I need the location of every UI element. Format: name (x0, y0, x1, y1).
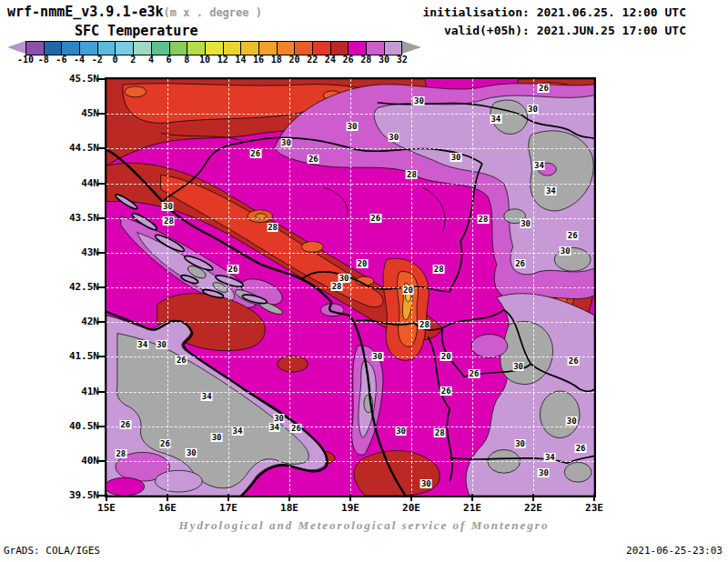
grid-line-lon (228, 79, 229, 496)
colorbar-segment-16 (259, 42, 278, 55)
colorbar-segment-12 (224, 42, 242, 55)
x-axis-tick (349, 494, 351, 501)
y-axis-label-42N: 42N (50, 316, 99, 327)
contour-label-30: 30 (514, 439, 526, 448)
grid-line-lon (350, 79, 351, 496)
contour-label-34: 34 (232, 427, 244, 436)
contour-label-28: 28 (433, 265, 445, 274)
contour-label-26: 26 (514, 259, 526, 268)
y-axis-tick (98, 356, 105, 357)
contour-label-30: 30 (420, 479, 432, 488)
x-axis-label-18E: 18E (269, 502, 309, 514)
x-axis-tick (471, 494, 473, 501)
contour-label-34: 34 (136, 340, 148, 349)
y-axis-tick (98, 426, 105, 427)
contour-label-28: 28 (477, 215, 489, 224)
y-axis-label-40.5N: 40.5N (50, 420, 99, 432)
colorbar-segment-6 (170, 42, 188, 55)
colorbar-strip (25, 41, 402, 55)
contour-label-34: 34 (201, 392, 213, 401)
y-axis-tick (98, 391, 105, 393)
colorbar-segment-18 (278, 42, 296, 55)
colorbar-segment-14 (241, 42, 259, 55)
contour-label-26: 26 (159, 439, 171, 448)
grid-line-lon (533, 79, 534, 496)
contour-label-34: 34 (544, 453, 556, 462)
contour-label-30: 30 (560, 246, 571, 256)
x-axis-tick (593, 494, 595, 501)
contour-label-26: 26 (575, 444, 587, 453)
contour-label-28: 28 (163, 216, 175, 226)
x-axis-label-19E: 19E (330, 502, 370, 514)
contour-label-30: 30 (395, 427, 407, 436)
contour-label-26: 26 (249, 149, 261, 158)
contour-label-28: 28 (406, 170, 418, 179)
y-axis-label-45.5N: 45.5N (50, 73, 99, 85)
contour-label-26: 26 (567, 231, 579, 240)
colorbar-segment--10 (26, 42, 45, 55)
contour-label-28: 28 (331, 282, 343, 291)
x-axis-label-15E: 15E (86, 502, 126, 514)
y-axis-tick (98, 147, 105, 149)
colorbar-segment-4 (152, 42, 170, 55)
contour-label-26: 26 (538, 84, 550, 93)
colorbar-segment-30 (385, 42, 402, 55)
contour-label-20: 20 (402, 286, 414, 295)
x-axis-tick (106, 494, 107, 501)
model-title: wrf-nmmE_v3.9.1-e3k(m x . degree ) (7, 4, 262, 20)
x-axis-tick (532, 494, 534, 501)
temperature-colorbar: -10-8-6-4-202468101214161820222426283032 (7, 41, 421, 54)
y-axis-label-41N: 41N (50, 386, 99, 397)
x-axis-tick (167, 494, 168, 501)
contour-label-30: 30 (280, 138, 292, 147)
y-axis-label-41.5N: 41.5N (50, 350, 99, 362)
field-title: SFC Temperature (75, 23, 197, 39)
model-title-units: (m x . degree ) (164, 6, 262, 19)
contour-label-30: 30 (371, 352, 383, 361)
contour-label-20: 20 (440, 352, 452, 361)
contour-label-30: 30 (527, 105, 539, 114)
colorbar-segment--6 (62, 42, 80, 55)
contour-label-30: 30 (339, 274, 350, 283)
colorbar-segment-24 (331, 42, 349, 55)
colorbar-above-max-arrow-icon (402, 41, 421, 54)
contour-label-30: 30 (450, 153, 462, 162)
contour-label-26: 26 (308, 155, 319, 164)
contour-label-30: 30 (273, 414, 285, 423)
x-axis-label-20E: 20E (391, 502, 431, 514)
contour-label-30: 30 (162, 202, 174, 211)
initialisation-time: initialisation: 2021.06.25. 12:00 UTC (422, 4, 686, 22)
y-axis-tick (98, 78, 105, 80)
y-axis-tick (98, 217, 105, 219)
contour-label-30: 30 (512, 362, 524, 371)
contour-label-34: 34 (545, 186, 557, 196)
colorbar-segment-20 (295, 42, 313, 55)
contour-label-20: 20 (356, 259, 368, 268)
y-axis-label-39.5N: 39.5N (50, 489, 99, 501)
contour-label-34: 34 (533, 161, 545, 170)
contour-label-30: 30 (211, 433, 223, 442)
contour-label-26: 26 (228, 265, 239, 274)
contour-label-30: 30 (186, 448, 197, 457)
contour-label-30: 30 (538, 468, 550, 477)
creation-timestamp: 2021-06-25-23:03 (626, 545, 723, 557)
y-axis-label-43N: 43N (50, 246, 99, 258)
service-credit: Hydrological and Meteorological service … (0, 518, 728, 533)
y-axis-tick (98, 495, 105, 497)
run-times: initialisation: 2021.06.25. 12:00 UTC va… (422, 4, 686, 40)
colorbar-segment-0 (116, 42, 134, 55)
colorbar-tick-32: 32 (390, 55, 414, 65)
y-axis-tick (98, 113, 105, 115)
contour-label-28: 28 (419, 320, 430, 329)
contour-label-30: 30 (156, 340, 167, 349)
grads-credit: GrADS: COLA/IGES (4, 545, 100, 557)
x-axis-tick (410, 494, 412, 501)
contour-label-30: 30 (520, 219, 531, 228)
contour-label-30: 30 (566, 416, 578, 426)
colorbar-segment-22 (313, 42, 331, 55)
contour-label-26: 26 (440, 386, 452, 396)
grid-line-lon (472, 79, 473, 496)
colorbar-segment--8 (45, 42, 63, 55)
y-axis-tick (98, 460, 105, 462)
y-axis-label-45N: 45N (50, 107, 99, 119)
